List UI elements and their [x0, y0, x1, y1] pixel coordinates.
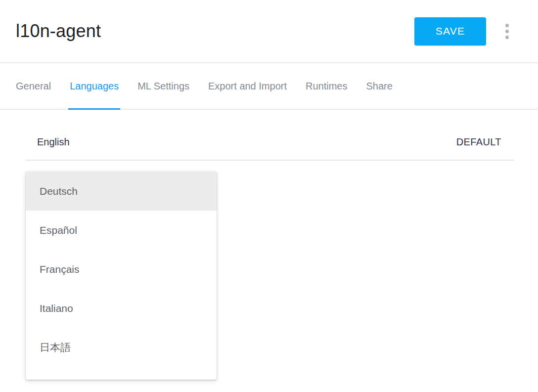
dropdown-item-francais[interactable]: Français — [26, 250, 217, 289]
tab-export-and-import[interactable]: Export and Import — [208, 63, 287, 109]
tab-runtimes[interactable]: Runtimes — [306, 63, 347, 109]
dropdown-item-espanol[interactable]: Español — [26, 211, 217, 250]
kebab-menu-button[interactable] — [501, 17, 513, 45]
kebab-dot-icon — [505, 30, 509, 33]
default-badge: DEFAULT — [456, 136, 514, 148]
page-title: l10n-agent — [16, 21, 101, 42]
kebab-dot-icon — [505, 36, 509, 39]
language-name: English — [26, 136, 70, 148]
save-button[interactable]: SAVE — [414, 17, 486, 45]
tab-general[interactable]: General — [16, 63, 51, 109]
dropdown-item-deutsch[interactable]: Deutsch — [26, 172, 217, 211]
tab-languages[interactable]: Languages — [70, 63, 119, 109]
tab-ml-settings[interactable]: ML Settings — [137, 63, 189, 109]
app-header: l10n-agent SAVE — [0, 0, 538, 63]
kebab-dot-icon — [505, 24, 509, 27]
settings-tabbar: General Languages ML Settings Export and… — [0, 63, 538, 110]
language-dropdown-menu: Deutsch Español Français Italiano 日本語 — [26, 172, 217, 380]
language-row-english[interactable]: English DEFAULT — [26, 110, 514, 161]
dropdown-item-italiano[interactable]: Italiano — [26, 289, 217, 328]
dropdown-item-japanese[interactable]: 日本語 — [26, 328, 217, 367]
tab-share[interactable]: Share — [366, 63, 392, 109]
